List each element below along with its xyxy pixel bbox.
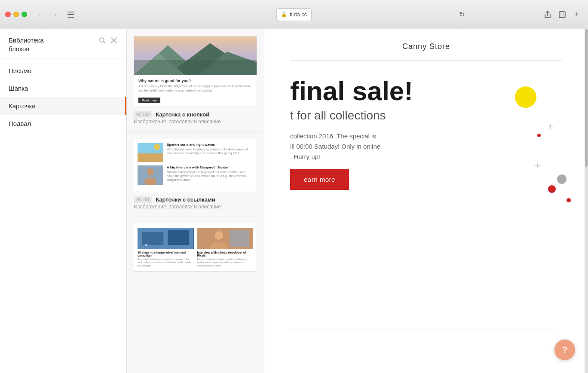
hero-section: + + final sale! t for all collections co… (264, 61, 588, 203)
plus-icon-2: + (535, 159, 541, 171)
card-title-mt102: Why nature is good for you? (138, 79, 252, 83)
deco-circle-gray (557, 174, 567, 184)
website-preview: Canny Store + + final sale! t for all co… (264, 29, 588, 373)
scrollbar[interactable] (585, 29, 588, 373)
block-preview-mt102: Why nature is good for you? A recent sur… (134, 36, 257, 107)
scrollbar-thumb (585, 29, 588, 167)
sidebar-toggle-button[interactable] (65, 9, 77, 21)
hero-title: final sale! (290, 78, 562, 104)
grid-card-title-1: 10 steps to change advertisement campaig… (138, 251, 194, 257)
card-btn-mt102[interactable]: Read more (138, 98, 160, 103)
deco-circle-red-small (537, 134, 541, 137)
plus-icon-1: + (548, 121, 554, 133)
block-item-mt301[interactable]: 10 steps to change advertisement campaig… (127, 217, 264, 283)
share-button[interactable] (542, 9, 554, 21)
search-button[interactable] (98, 36, 107, 46)
close-button[interactable] (110, 37, 118, 46)
grid-card-body-2: Gerard answered some questions about the… (197, 258, 254, 268)
grid-card-preview: 10 steps to change advertisement campaig… (134, 224, 257, 271)
maximize-traffic-light[interactable] (21, 12, 27, 17)
store-header: Canny Store (264, 29, 588, 60)
grid-card-img-2 (197, 228, 254, 249)
block-desc-mt102: Изображение, заголовок и описание (134, 119, 257, 125)
list-card-preview: Sparkle curls and light waves We collect… (134, 139, 257, 192)
grid-card-item-2: Interview with a head developer of Pixel… (197, 228, 254, 268)
help-button[interactable]: ? (554, 339, 575, 360)
traffic-lights (5, 12, 27, 17)
grid-card-title-2: Interview with a head developer of Pixel… (197, 251, 254, 257)
sidebar-item-header[interactable]: Шапка (0, 79, 126, 97)
list-card-img-2 (138, 165, 163, 185)
svg-point-20 (145, 244, 147, 246)
block-desc-mt201: Изображение, заголовок и описание (134, 204, 257, 210)
person-svg (138, 165, 163, 185)
deco-circle-red-1 (548, 185, 556, 193)
list-card-item-1: Sparkle curls and light waves We collect… (138, 143, 253, 162)
sidebar-item-letter[interactable]: Письмо (0, 62, 126, 79)
list-card-item-2: A big interview with Margareth Santar Ma… (138, 165, 253, 185)
desk-svg (138, 228, 194, 249)
card-mountain-image (134, 37, 257, 75)
block-preview-mt301: 10 steps to change advertisement campaig… (134, 224, 257, 272)
close-traffic-light[interactable] (5, 12, 11, 17)
list-card-title-1: Sparkle curls and light waves (167, 143, 253, 147)
grid-card-img-1 (138, 228, 194, 249)
sidebar-toggle-icon (67, 12, 74, 18)
svg-rect-24 (230, 230, 249, 247)
resize-icon (559, 11, 566, 18)
person2-svg (197, 228, 254, 249)
browser-actions: + (542, 9, 583, 21)
url-text: tilda.cc (290, 11, 307, 18)
learn-more-button[interactable]: earn more (290, 169, 349, 190)
block-code-mt201: MT201 (134, 196, 152, 203)
sidebar-header-actions (98, 36, 118, 46)
svg-rect-10 (134, 60, 257, 75)
svg-rect-0 (67, 12, 74, 12)
card-body-mt102: A recent survey found that 68 percent of… (138, 84, 252, 93)
sidebar-item-cards[interactable]: Карточки (0, 97, 126, 115)
svg-rect-2 (67, 17, 74, 18)
block-code-mt102: MT102 (134, 111, 152, 118)
block-item-mt102[interactable]: Why nature is good for you? A recent sur… (127, 29, 264, 132)
mountain-svg (134, 37, 257, 75)
grid-card-body-1: If you decided to experiment, just creat… (138, 258, 194, 268)
list-card-text-2: A big interview with Margareth Santar Ma… (167, 165, 253, 182)
card-text-mt102: Why nature is good for you? A recent sur… (134, 75, 257, 107)
block-preview-mt201: Sparkle curls and light waves We collect… (134, 139, 257, 192)
sidebar-item-footer[interactable]: Подвал (0, 115, 126, 132)
sidebar-nav: Письмо Шапка Карточки Подвал (0, 58, 126, 136)
bottom-divider (290, 330, 555, 330)
list-card-body-1: We collected news from leading stylists … (167, 147, 253, 155)
grid-card-item-1: 10 steps to change advertisement campaig… (138, 228, 194, 268)
hero-description: collection 2016. The special isill 00:00… (290, 131, 496, 162)
resize-button[interactable] (556, 9, 568, 21)
reload-button[interactable]: ↻ (456, 9, 468, 21)
close-icon (111, 37, 117, 43)
minimize-traffic-light[interactable] (13, 12, 19, 17)
block-name-mt201: Карточки с ссылками (156, 196, 215, 203)
list-card-text-1: Sparkle curls and light waves We collect… (167, 143, 253, 155)
block-name-mt102: Карточка с кнопкой (156, 111, 209, 118)
svg-rect-3 (559, 12, 565, 18)
browser-chrome: ‹ › 🔒 tilda.cc ↻ + (0, 0, 588, 29)
address-bar[interactable]: 🔒 tilda.cc (276, 8, 312, 21)
add-tab-button[interactable]: + (571, 9, 583, 21)
website-content: Canny Store + + final sale! t for all co… (264, 29, 588, 373)
sidebar-header: Библиотекаблоков (0, 29, 126, 58)
svg-point-22 (214, 231, 223, 240)
sidebar: Библиотекаблоков Письмо Шапка Карточки (0, 29, 127, 373)
svg-point-13 (154, 144, 160, 150)
deco-circle-red-2 (567, 198, 571, 202)
back-button[interactable]: ‹ (34, 9, 46, 21)
svg-rect-1 (67, 14, 74, 15)
store-name: Canny Store (290, 42, 562, 51)
search-icon (99, 37, 106, 44)
lock-icon: 🔒 (281, 12, 287, 17)
block-library-panel: Why nature is good for you? A recent sur… (127, 29, 264, 373)
block-item-mt201[interactable]: Sparkle curls and light waves We collect… (127, 132, 264, 217)
block-label-mt201: MT201 Карточки с ссылками (134, 196, 257, 203)
block-label-mt102: MT102 Карточка с кнопкой (134, 111, 257, 118)
hero-subtitle: t for all collections (290, 109, 562, 122)
help-icon: ? (562, 345, 567, 355)
forward-button[interactable]: › (49, 9, 61, 21)
